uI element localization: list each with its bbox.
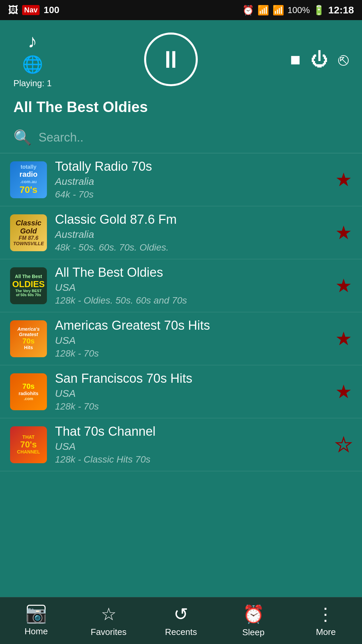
sleep-label: Sleep bbox=[242, 627, 265, 638]
favorite-star[interactable]: ★ bbox=[335, 434, 352, 455]
photo-icon: 🖼 bbox=[8, 4, 18, 16]
status-bar: 🖼 Nav 100 ⏰ 📶 📶 100% 🔋 12:18 bbox=[0, 0, 362, 20]
battery-level: 100% bbox=[288, 5, 310, 15]
favorite-star[interactable]: ★ bbox=[335, 275, 352, 297]
station-logo: America's Greatest 70s Hits bbox=[10, 320, 47, 357]
recents-label: Recents bbox=[165, 627, 197, 637]
station-logo: Classic Gold FM 87.6 TOWNSVILLE bbox=[10, 214, 47, 251]
search-bar: 🔍 bbox=[0, 122, 362, 153]
station-item[interactable]: America's Greatest 70s Hits Americas Gre… bbox=[0, 312, 362, 365]
favorites-label: Favorites bbox=[91, 627, 127, 637]
station-info: That 70s Channel USA 128k - Classic Hits… bbox=[55, 424, 327, 465]
station-logo: 70s radiohits .com bbox=[10, 373, 47, 410]
station-country: USA bbox=[55, 335, 327, 346]
station-item[interactable]: All The Best OLDIES The Very BEST of 50s… bbox=[0, 259, 362, 312]
bottom-nav: 📷 Home ☆ Favorites ↺ Recents ⏰ Sleep ⋮ M… bbox=[0, 597, 362, 644]
station-country: USA bbox=[55, 441, 327, 452]
sleep-icon: ⏰ bbox=[243, 604, 264, 625]
favorites-icon: ☆ bbox=[101, 604, 117, 624]
station-bitrate: 128k - Classic Hits 70s bbox=[55, 454, 327, 465]
pause-icon: ⏸ bbox=[159, 47, 183, 71]
station-bitrate: 64k - 70s bbox=[55, 189, 327, 200]
wifi-icon: 📶 bbox=[257, 5, 269, 16]
station-bitrate: 128k - 70s bbox=[55, 401, 327, 412]
station-item[interactable]: THAT 70's CHANNEL That 70s Channel USA 1… bbox=[0, 418, 362, 471]
status-bar-left: 🖼 Nav 100 bbox=[8, 4, 59, 16]
station-bitrate: 128k - 70s bbox=[55, 348, 327, 359]
signal-number: 100 bbox=[44, 5, 59, 15]
nav-item-more[interactable]: ⋮ More bbox=[290, 604, 362, 637]
station-info: Classic Gold 87.6 Fm Australia 48k - 50s… bbox=[55, 212, 327, 253]
favorite-star[interactable]: ★ bbox=[335, 381, 352, 402]
signal-icon: 📶 bbox=[273, 5, 284, 16]
nav-icon: Nav bbox=[22, 5, 40, 15]
player-controls-row: ♪ 🌐 Playing: 1 ⏸ ■ ⏻ ⎋ bbox=[13, 30, 349, 89]
favorite-star[interactable]: ★ bbox=[335, 222, 352, 244]
nav-item-home[interactable]: 📷 Home bbox=[0, 605, 72, 637]
search-input[interactable] bbox=[39, 130, 349, 145]
status-time: 12:18 bbox=[328, 4, 354, 16]
station-logo: THAT 70's CHANNEL bbox=[10, 426, 47, 463]
current-station-title: All The Best Oldies bbox=[13, 99, 349, 115]
favorite-star[interactable]: ★ bbox=[335, 169, 352, 191]
favorite-star[interactable]: ★ bbox=[335, 328, 352, 350]
search-icon: 🔍 bbox=[13, 129, 32, 146]
home-label: Home bbox=[24, 626, 48, 637]
station-name: All The Best Oldies bbox=[55, 265, 327, 280]
more-icon: ⋮ bbox=[317, 604, 335, 624]
player-right-section: ■ ⏻ ⎋ bbox=[290, 49, 349, 69]
station-logo: totally radio .com.au 70's bbox=[10, 161, 47, 198]
home-icon: 📷 bbox=[27, 605, 46, 624]
station-info: San Franciscos 70s Hits USA 128k - 70s bbox=[55, 371, 327, 412]
player-left-section: ♪ 🌐 Playing: 1 bbox=[13, 30, 52, 89]
station-item[interactable]: Classic Gold FM 87.6 TOWNSVILLE Classic … bbox=[0, 206, 362, 259]
station-info: All The Best Oldies USA 128k - Oldies. 5… bbox=[55, 265, 327, 306]
nav-item-recents[interactable]: ↺ Recents bbox=[145, 604, 217, 637]
station-name: Americas Greatest 70s Hits bbox=[55, 318, 327, 333]
music-note-icon[interactable]: ♪ bbox=[28, 30, 37, 52]
station-info: Americas Greatest 70s Hits USA 128k - 70… bbox=[55, 318, 327, 359]
more-label: More bbox=[316, 627, 336, 637]
pause-button[interactable]: ⏸ bbox=[144, 33, 198, 86]
station-country: USA bbox=[55, 388, 327, 399]
nav-item-favorites[interactable]: ☆ Favorites bbox=[72, 604, 145, 637]
recents-icon: ↺ bbox=[174, 604, 188, 624]
player-header: ♪ 🌐 Playing: 1 ⏸ ■ ⏻ ⎋ All The Best Oldi… bbox=[0, 20, 362, 122]
station-name: Totally Radio 70s bbox=[55, 159, 327, 174]
station-logo: All The Best OLDIES The Very BEST of 50s… bbox=[10, 267, 47, 304]
station-country: Australia bbox=[55, 176, 327, 187]
station-bitrate: 128k - Oldies. 50s. 60s and 70s bbox=[55, 295, 327, 306]
station-list: totally radio .com.au 70's Totally Radio… bbox=[0, 153, 362, 623]
status-bar-right: ⏰ 📶 📶 100% 🔋 12:18 bbox=[242, 4, 354, 16]
globe-icon[interactable]: 🌐 bbox=[22, 55, 43, 74]
stop-icon[interactable]: ■ bbox=[290, 49, 301, 69]
station-item[interactable]: totally radio .com.au 70's Totally Radio… bbox=[0, 153, 362, 206]
station-country: Australia bbox=[55, 229, 327, 240]
station-country: USA bbox=[55, 282, 327, 293]
nav-item-sleep[interactable]: ⏰ Sleep bbox=[217, 604, 290, 638]
station-name: San Franciscos 70s Hits bbox=[55, 371, 327, 386]
station-name: Classic Gold 87.6 Fm bbox=[55, 212, 327, 227]
playing-label: Playing: 1 bbox=[13, 78, 52, 89]
share-icon[interactable]: ⎋ bbox=[338, 49, 349, 69]
station-bitrate: 48k - 50s. 60s. 70s. Oldies. bbox=[55, 242, 327, 253]
station-item[interactable]: 70s radiohits .com San Franciscos 70s Hi… bbox=[0, 365, 362, 418]
power-icon[interactable]: ⏻ bbox=[311, 49, 328, 69]
battery-icon: 🔋 bbox=[313, 5, 325, 16]
station-name: That 70s Channel bbox=[55, 424, 327, 439]
alarm-icon: ⏰ bbox=[242, 5, 254, 16]
station-info: Totally Radio 70s Australia 64k - 70s bbox=[55, 159, 327, 200]
